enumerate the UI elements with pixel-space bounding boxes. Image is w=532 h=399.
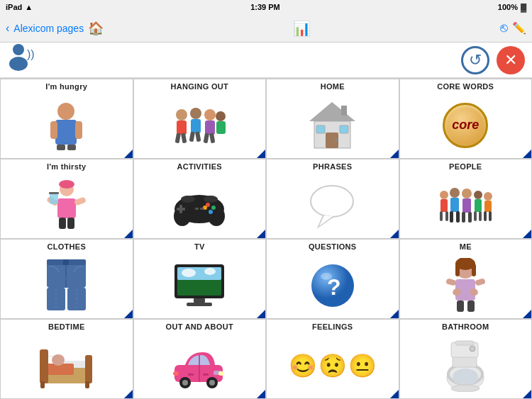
nav-bar: ‹ Alexicom pages 🏠 📊 ⎋ ✏️ (0, 14, 532, 43)
cell-home[interactable]: HOME (266, 79, 399, 159)
svg-rect-19 (189, 131, 195, 142)
svg-rect-64 (462, 198, 471, 213)
svg-point-55 (440, 191, 448, 199)
cell-label-home: HOME (321, 82, 345, 92)
cell-label-core-words: CORE WORDS (437, 82, 494, 92)
cell-tv[interactable]: TV (133, 239, 267, 319)
svg-point-15 (216, 111, 226, 121)
neutral-emoji: 😐 (348, 352, 377, 379)
svg-rect-109 (40, 349, 48, 383)
cell-label-phrases: PHRASES (313, 162, 352, 172)
tv-illustration (171, 261, 228, 310)
back-chevron-icon[interactable]: ‹ (6, 22, 9, 35)
status-ipad: iPad (6, 3, 22, 11)
svg-rect-100 (475, 278, 486, 286)
svg-rect-10 (177, 120, 187, 135)
svg-rect-27 (316, 125, 325, 133)
cell-bedtime[interactable]: BEDTIME (0, 319, 133, 399)
edit-button[interactable]: ✏️ (512, 21, 526, 35)
home-button[interactable]: 🏠 (88, 21, 104, 36)
status-bar: iPad ▲ 1:39 PM 100% ▓ (0, 0, 532, 14)
svg-point-123 (209, 380, 215, 386)
svg-rect-17 (175, 133, 181, 143)
undo-button[interactable]: ↺ (461, 46, 489, 74)
svg-rect-61 (450, 211, 453, 223)
cell-people[interactable]: PEOPLE (399, 159, 533, 239)
cell-bathroom[interactable]: BATHROOM (399, 319, 533, 399)
happy-emoji: 😊 (289, 352, 317, 379)
cell-hungry[interactable]: I'm hungry (0, 79, 133, 159)
svg-point-31 (59, 180, 74, 189)
people-illustration (437, 181, 494, 230)
cell-label-questions: QUESTIONS (309, 242, 357, 252)
svg-rect-110 (85, 355, 92, 383)
svg-point-3 (57, 103, 74, 120)
svg-point-131 (453, 369, 478, 386)
svg-rect-37 (59, 218, 66, 229)
battery-label: 100% (498, 3, 518, 11)
svg-rect-65 (462, 212, 465, 223)
hungry-illustration (40, 99, 93, 152)
cell-label-tv: TV (194, 242, 205, 252)
svg-point-119 (173, 371, 179, 376)
svg-rect-73 (484, 211, 487, 221)
back-button[interactable]: Alexicom pages (13, 23, 84, 34)
svg-rect-125 (203, 373, 209, 376)
svg-rect-12 (191, 119, 201, 133)
svg-text:)): )) (27, 48, 35, 60)
svg-point-63 (462, 189, 472, 198)
svg-rect-5 (50, 121, 57, 139)
svg-point-9 (176, 109, 187, 120)
cell-phrases[interactable]: PHRASES (266, 159, 399, 239)
svg-rect-77 (63, 259, 69, 265)
svg-point-52 (311, 186, 353, 217)
home-illustration (306, 99, 359, 152)
cell-feelings[interactable]: FEELINGS 😊 😟 😐 (266, 319, 399, 399)
svg-rect-21 (204, 133, 209, 143)
activities-illustration (171, 182, 228, 228)
cell-core-words[interactable]: CORE WORDS core (399, 79, 533, 159)
svg-rect-62 (456, 211, 460, 223)
share-button[interactable]: ⎋ (500, 21, 508, 35)
clothes-illustration (43, 258, 89, 313)
svg-rect-60 (450, 198, 459, 212)
cell-me[interactable]: ME (399, 239, 533, 319)
svg-rect-90 (187, 303, 212, 306)
svg-point-113 (52, 354, 65, 366)
cell-questions[interactable]: QUESTIONS ? (266, 239, 399, 319)
svg-rect-20 (195, 131, 201, 142)
hanging-out-illustration (171, 101, 228, 150)
cell-label-out-about: OUT AND ABOUT (166, 322, 233, 332)
cell-label-feelings: FEELINGS (312, 322, 353, 332)
cell-out-about[interactable]: OUT AND ABOUT (133, 319, 267, 399)
svg-rect-43 (177, 208, 185, 210)
questions-illustration: ? (308, 261, 358, 310)
svg-rect-69 (474, 211, 477, 221)
svg-point-71 (484, 192, 492, 201)
svg-rect-49 (200, 208, 204, 210)
svg-rect-96 (455, 264, 460, 276)
svg-point-51 (204, 196, 218, 203)
wifi-icon: ▲ (25, 3, 33, 11)
status-time: 1:39 PM (250, 3, 280, 11)
cell-label-bathroom: BATHROOM (442, 322, 489, 332)
cell-activities[interactable]: ACTIVITIES (133, 159, 267, 239)
cell-clothes[interactable]: CLOTHES (0, 239, 133, 319)
close-button[interactable]: ✕ (497, 46, 525, 74)
cell-hanging-out[interactable]: HANGING OUT (133, 79, 267, 159)
center-icon[interactable]: 📊 (293, 20, 311, 37)
bedtime-illustration (38, 342, 95, 388)
svg-rect-112 (85, 381, 89, 388)
svg-rect-99 (445, 278, 457, 286)
cell-thirsty[interactable]: I'm thirsty (0, 159, 133, 239)
svg-rect-16 (216, 121, 226, 134)
svg-rect-38 (67, 218, 74, 229)
svg-rect-48 (195, 208, 199, 210)
svg-point-0 (13, 44, 24, 55)
svg-point-1 (9, 57, 28, 71)
svg-point-45 (211, 206, 216, 210)
svg-point-133 (451, 385, 480, 392)
svg-rect-4 (55, 120, 77, 145)
svg-rect-32 (57, 198, 76, 218)
battery-icon: ▓ (521, 3, 526, 11)
